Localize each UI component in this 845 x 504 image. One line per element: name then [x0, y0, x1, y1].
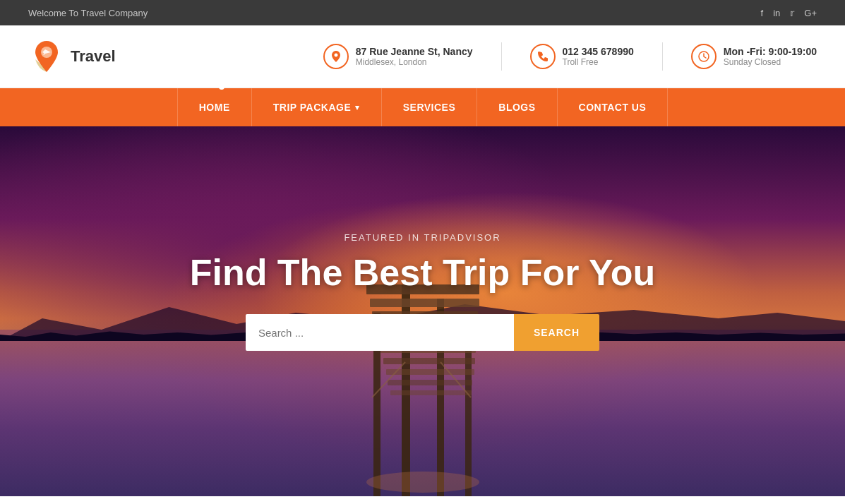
main-nav: HOME TRIP PACKAGE ▾ SERVICES BLOGS CONTA…	[0, 88, 845, 126]
phone-contact: 012 345 678990 Troll Free	[530, 44, 634, 69]
nav-item-trip-package[interactable]: TRIP PACKAGE ▾	[252, 88, 382, 126]
linkedin-icon[interactable]: in	[773, 8, 780, 18]
search-input[interactable]	[246, 314, 514, 351]
social-links: f in 𝕣 G+	[761, 8, 817, 18]
phone-icon	[537, 50, 549, 63]
hours-contact: Mon -Fri: 9:00-19:00 Sunday Closed	[691, 44, 817, 69]
hero-search-bar: SEARCH	[0, 314, 845, 351]
nav-item-blogs[interactable]: BLOGS	[477, 88, 557, 126]
phone-icon-circle	[530, 44, 556, 69]
phone-main: 012 345 678990	[563, 46, 634, 57]
header-divider-1	[501, 42, 502, 71]
svg-rect-15	[390, 390, 472, 395]
trip-package-dropdown-arrow: ▾	[355, 103, 360, 112]
clock-icon	[697, 50, 710, 63]
nav-item-contact[interactable]: CONTACT US	[558, 88, 669, 126]
nav-item-services[interactable]: SERVICES	[382, 88, 478, 126]
logo-icon	[28, 38, 65, 75]
twitter-icon[interactable]: 𝕣	[790, 8, 794, 18]
hero-featured-text: FEATURED IN TRIPADVISOR	[0, 232, 845, 243]
address-contact: 87 Rue Jeanne St, Nancy Middlesex, Londo…	[323, 44, 473, 69]
location-icon-circle	[323, 44, 349, 69]
search-button[interactable]: SEARCH	[514, 314, 599, 351]
hours-sub: Sunday Closed	[724, 57, 817, 67]
nav-item-home[interactable]: HOME	[177, 88, 252, 126]
svg-rect-12	[383, 358, 475, 364]
hero-section: FEATURED IN TRIPADVISOR Find The Best Tr…	[0, 126, 845, 496]
nav-items: HOME TRIP PACKAGE ▾ SERVICES BLOGS CONTA…	[177, 88, 669, 126]
address-text: 87 Rue Jeanne St, Nancy Middlesex, Londo…	[356, 46, 473, 67]
hero-title: Find The Best Trip For You	[0, 253, 845, 293]
address-main: 87 Rue Jeanne St, Nancy	[356, 46, 473, 57]
header: Travel 87 Rue Jeanne St, Nancy Middlesex…	[0, 25, 845, 88]
logo-area: Travel	[28, 38, 323, 75]
clock-icon-circle	[691, 44, 717, 69]
facebook-icon[interactable]: f	[761, 8, 764, 18]
welcome-text: Welcome To Travel Company	[28, 8, 148, 18]
nav-dot	[219, 84, 224, 90]
googleplus-icon[interactable]: G+	[804, 8, 817, 18]
header-divider-2	[662, 42, 663, 71]
hours-main: Mon -Fri: 9:00-19:00	[724, 46, 817, 57]
header-contacts: 87 Rue Jeanne St, Nancy Middlesex, Londo…	[323, 42, 817, 71]
logo-text: Travel	[71, 47, 116, 66]
svg-rect-13	[386, 369, 474, 375]
top-bar: Welcome To Travel Company f in 𝕣 G+	[0, 0, 845, 25]
location-icon	[330, 50, 342, 63]
phone-sub: Troll Free	[563, 57, 634, 67]
address-sub: Middlesex, London	[356, 57, 473, 67]
svg-point-18	[366, 472, 479, 493]
hours-text: Mon -Fri: 9:00-19:00 Sunday Closed	[724, 46, 817, 67]
phone-text: 012 345 678990 Troll Free	[563, 46, 634, 67]
hero-content: FEATURED IN TRIPADVISOR Find The Best Tr…	[0, 126, 845, 351]
